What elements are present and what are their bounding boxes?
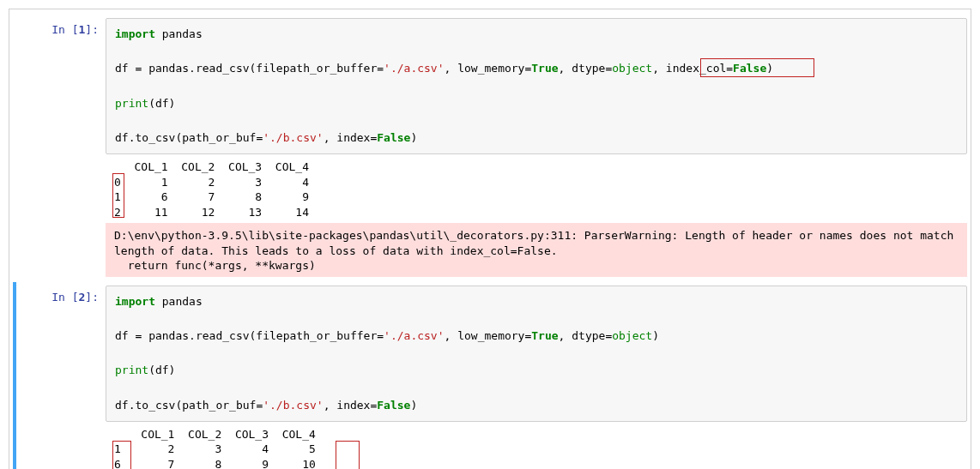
cell-1: In [1]: import pandas df = pandas.read_c… [13, 15, 967, 280]
code-row: In [1]: import pandas df = pandas.read_c… [16, 18, 967, 154]
stdout-output: COL_1 COL_2 COL_3 COL_4 1 2 3 4 5 6 7 8 … [106, 422, 967, 469]
module-name: pandas [155, 27, 203, 40]
highlight-box-col4 [336, 441, 360, 469]
cell-2: In [2]: import pandas df = pandas.read_c… [13, 282, 967, 469]
kw-false: False [377, 399, 410, 412]
output-prompt [16, 154, 106, 159]
code-text: pandas.read_csv(filepath_or_buffer [142, 329, 377, 342]
kw-false: False [733, 62, 766, 75]
kw-import: import [115, 295, 155, 308]
code-text: df.to_csv(path_or_buf [115, 131, 256, 144]
code-editor[interactable]: import pandas df = pandas.read_csv(filep… [106, 286, 967, 422]
prompt-prefix: In [ [51, 23, 78, 36]
input-prompt: In [2]: [16, 286, 106, 304]
code-text: df [115, 62, 135, 75]
op-eq: = [377, 329, 384, 342]
code-row: In [2]: import pandas df = pandas.read_c… [16, 286, 967, 422]
output-row-stderr: D:\env\python-3.9.5\lib\site-packages\pa… [16, 223, 967, 277]
code-text: ) [410, 399, 417, 412]
string-literal: './b.csv' [263, 131, 323, 144]
prompt-prefix: In [ [51, 291, 78, 304]
prompt-suffix: ]: [85, 23, 99, 36]
code-text: , index_col [652, 62, 726, 75]
op-eq: = [726, 62, 733, 75]
stdout-text: COL_1 COL_2 COL_3 COL_4 0 1 2 3 4 1 6 7 … [114, 160, 309, 219]
builtin-object: object [612, 62, 652, 75]
code-text: pandas.read_csv(filepath_or_buffer [142, 62, 377, 75]
code-editor[interactable]: import pandas df = pandas.read_csv(filep… [106, 18, 967, 154]
output-prompt [16, 223, 106, 228]
code-text: ) [766, 62, 773, 75]
builtin-object: object [612, 329, 652, 342]
notebook: In [1]: import pandas df = pandas.read_c… [9, 9, 971, 469]
string-literal: './a.csv' [384, 329, 444, 342]
code-text: (df) [148, 97, 175, 110]
op-eq: = [377, 62, 384, 75]
code-text: , low_memory [445, 329, 525, 342]
code-text: , dtype [559, 62, 606, 75]
stderr-output: D:\env\python-3.9.5\lib\site-packages\pa… [106, 223, 967, 277]
kw-true: True [531, 62, 558, 75]
stdout-output: COL_1 COL_2 COL_3 COL_4 0 1 2 3 4 1 6 7 … [106, 154, 967, 223]
code-text: ) [652, 329, 659, 342]
code-text: , index [324, 131, 371, 144]
builtin-print: print [115, 97, 148, 110]
output-row-stdout: COL_1 COL_2 COL_3 COL_4 0 1 2 3 4 1 6 7 … [16, 154, 967, 223]
output-row-stdout: COL_1 COL_2 COL_3 COL_4 1 2 3 4 5 6 7 8 … [16, 422, 967, 469]
module-name: pandas [155, 295, 203, 308]
code-text: df.to_csv(path_or_buf [115, 399, 256, 412]
string-literal: './b.csv' [263, 399, 323, 412]
string-literal: './a.csv' [384, 62, 444, 75]
builtin-print: print [115, 364, 148, 376]
code-text: ) [410, 131, 417, 144]
input-prompt: In [1]: [16, 18, 106, 36]
code-text: , index [324, 399, 371, 412]
prompt-suffix: ]: [85, 291, 99, 304]
kw-import: import [115, 27, 155, 40]
kw-false: False [377, 131, 410, 144]
code-text: , low_memory [445, 62, 525, 75]
code-text: df [115, 329, 135, 342]
stdout-text: COL_1 COL_2 COL_3 COL_4 1 2 3 4 5 6 7 8 … [114, 428, 316, 469]
output-prompt [16, 422, 106, 427]
code-text: (df) [148, 364, 175, 376]
code-text: , dtype [559, 329, 606, 342]
stderr-text: D:\env\python-3.9.5\lib\site-packages\pa… [114, 229, 960, 272]
kw-true: True [531, 329, 558, 342]
